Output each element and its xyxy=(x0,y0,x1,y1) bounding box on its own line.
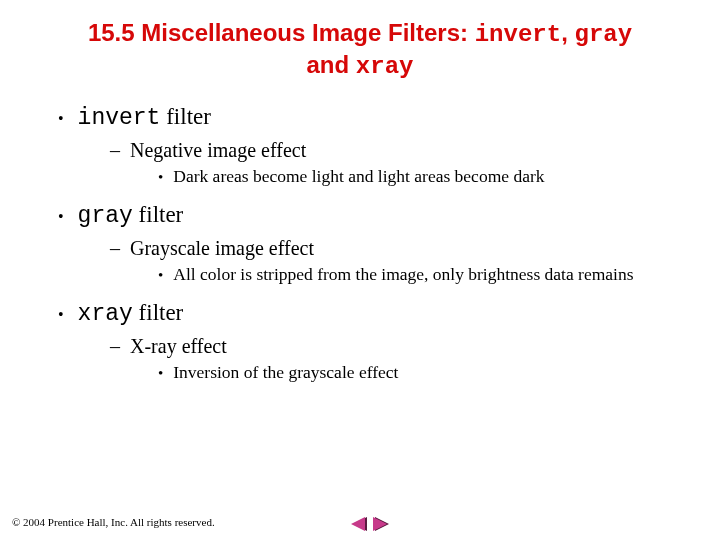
bullet-icon: • xyxy=(158,168,163,188)
copyright-footer: © 2004 Prentice Hall, Inc. All rights re… xyxy=(12,516,215,528)
list-subitem: – Grayscale image effect xyxy=(110,237,690,260)
list-item: • xray filter xyxy=(58,300,690,327)
list-detail: • All color is stripped from the image, … xyxy=(158,264,690,286)
title-prefix: 15.5 Miscellaneous Image Filters: xyxy=(88,19,475,46)
list-detail: • Inversion of the grayscale effect xyxy=(158,362,690,384)
detail-text: Dark areas become light and light areas … xyxy=(173,166,544,188)
svg-marker-1 xyxy=(351,517,365,531)
item-rest: filter xyxy=(133,300,183,325)
list-item: • invert filter xyxy=(58,104,690,131)
detail-text: Inversion of the grayscale effect xyxy=(173,362,398,384)
list-subitem: – Negative image effect xyxy=(110,139,690,162)
list-item: • gray filter xyxy=(58,202,690,229)
dash-icon: – xyxy=(110,139,120,162)
title-code-xray: xray xyxy=(356,53,414,80)
svg-marker-3 xyxy=(373,517,387,531)
title-mid: and xyxy=(307,51,356,78)
subitem-text: Grayscale image effect xyxy=(130,237,314,260)
bullet-icon: • xyxy=(58,307,64,323)
bullet-icon: • xyxy=(58,209,64,225)
list-detail: • Dark areas become light and light area… xyxy=(158,166,690,188)
bullet-icon: • xyxy=(158,364,163,384)
nav-controls xyxy=(350,516,390,532)
prev-arrow-icon[interactable] xyxy=(350,516,368,532)
dash-icon: – xyxy=(110,335,120,358)
bullet-icon: • xyxy=(58,111,64,127)
item-heading: invert filter xyxy=(78,104,211,131)
dash-icon: – xyxy=(110,237,120,260)
item-code: xray xyxy=(78,301,133,327)
title-code-gray: gray xyxy=(574,21,632,48)
item-code: gray xyxy=(78,203,133,229)
title-code-invert: invert xyxy=(475,21,561,48)
subitem-text: X-ray effect xyxy=(130,335,227,358)
bullet-icon: • xyxy=(158,266,163,286)
item-rest: filter xyxy=(133,202,183,227)
item-heading: xray filter xyxy=(78,300,184,327)
title-sep1: , xyxy=(561,19,574,46)
subitem-text: Negative image effect xyxy=(130,139,306,162)
slide-title: 15.5 Miscellaneous Image Filters: invert… xyxy=(70,18,650,82)
slide-body: 15.5 Miscellaneous Image Filters: invert… xyxy=(0,0,720,384)
item-code: invert xyxy=(78,105,161,131)
next-arrow-icon[interactable] xyxy=(372,516,390,532)
list-subitem: – X-ray effect xyxy=(110,335,690,358)
detail-text: All color is stripped from the image, on… xyxy=(173,264,633,286)
item-heading: gray filter xyxy=(78,202,184,229)
item-rest: filter xyxy=(160,104,210,129)
